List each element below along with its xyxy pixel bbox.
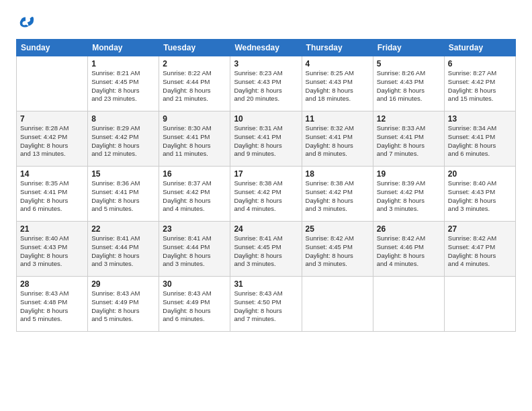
day-header-tuesday: Tuesday <box>159 40 230 56</box>
day-info: Sunrise: 8:38 AMSunset: 4:42 PMDaylight:… <box>306 179 369 214</box>
day-info: Sunrise: 8:33 AMSunset: 4:41 PMDaylight:… <box>377 124 441 158</box>
day-info: Sunrise: 8:43 AMSunset: 4:50 PMDaylight:… <box>234 289 298 324</box>
day-number: 22 <box>91 224 155 234</box>
day-info: Sunrise: 8:27 AMSunset: 4:42 PMDaylight:… <box>448 69 512 103</box>
calendar-cell: 21Sunrise: 8:40 AMSunset: 4:43 PMDayligh… <box>17 222 88 277</box>
day-info: Sunrise: 8:42 AMSunset: 4:45 PMDaylight:… <box>306 234 369 269</box>
day-header-sunday: Sunday <box>17 40 88 56</box>
calendar-cell: 26Sunrise: 8:42 AMSunset: 4:46 PMDayligh… <box>373 222 444 277</box>
day-info: Sunrise: 8:41 AMSunset: 4:44 PMDaylight:… <box>163 234 226 269</box>
day-number: 27 <box>448 224 512 234</box>
calendar-cell: 27Sunrise: 8:42 AMSunset: 4:47 PMDayligh… <box>444 222 515 277</box>
day-number: 17 <box>234 169 298 179</box>
day-info: Sunrise: 8:35 AMSunset: 4:41 PMDaylight:… <box>20 179 84 214</box>
calendar-cell: 23Sunrise: 8:41 AMSunset: 4:44 PMDayligh… <box>159 222 230 277</box>
day-info: Sunrise: 8:40 AMSunset: 4:43 PMDaylight:… <box>448 179 512 214</box>
day-number: 5 <box>377 59 441 68</box>
day-number: 23 <box>163 224 226 234</box>
calendar-cell: 5Sunrise: 8:26 AMSunset: 4:43 PMDaylight… <box>373 56 444 111</box>
day-info: Sunrise: 8:42 AMSunset: 4:46 PMDaylight:… <box>377 234 441 269</box>
calendar-cell: 16Sunrise: 8:37 AMSunset: 4:42 PMDayligh… <box>159 167 230 222</box>
calendar-cell: 2Sunrise: 8:22 AMSunset: 4:44 PMDaylight… <box>159 56 230 111</box>
day-number: 13 <box>448 114 512 124</box>
day-number: 29 <box>91 279 155 289</box>
day-number: 3 <box>234 59 298 68</box>
day-number: 11 <box>306 114 369 124</box>
calendar-cell: 18Sunrise: 8:38 AMSunset: 4:42 PMDayligh… <box>302 167 373 222</box>
day-number: 14 <box>20 169 84 179</box>
day-info: Sunrise: 8:21 AMSunset: 4:45 PMDaylight:… <box>91 69 155 103</box>
day-info: Sunrise: 8:43 AMSunset: 4:49 PMDaylight:… <box>91 289 155 324</box>
logo <box>16 13 38 32</box>
day-header-thursday: Thursday <box>302 40 373 56</box>
calendar-cell: 15Sunrise: 8:36 AMSunset: 4:41 PMDayligh… <box>88 167 159 222</box>
day-number: 2 <box>163 59 226 68</box>
day-number: 16 <box>163 169 226 179</box>
calendar-cell: 4Sunrise: 8:25 AMSunset: 4:43 PMDaylight… <box>302 56 373 111</box>
calendar-cell: 10Sunrise: 8:31 AMSunset: 4:41 PMDayligh… <box>230 111 302 167</box>
week-row-5: 28Sunrise: 8:43 AMSunset: 4:48 PMDayligh… <box>17 277 516 332</box>
day-info: Sunrise: 8:36 AMSunset: 4:41 PMDaylight:… <box>91 179 155 214</box>
day-number: 9 <box>163 114 226 124</box>
day-number: 8 <box>91 114 155 124</box>
calendar-cell: 9Sunrise: 8:30 AMSunset: 4:41 PMDaylight… <box>159 111 230 167</box>
calendar-cell: 11Sunrise: 8:32 AMSunset: 4:41 PMDayligh… <box>302 111 373 167</box>
calendar-cell: 7Sunrise: 8:28 AMSunset: 4:42 PMDaylight… <box>17 111 88 167</box>
week-row-1: 1Sunrise: 8:21 AMSunset: 4:45 PMDaylight… <box>17 56 516 111</box>
week-row-4: 21Sunrise: 8:40 AMSunset: 4:43 PMDayligh… <box>17 222 516 277</box>
day-number: 20 <box>448 169 512 179</box>
calendar-cell: 8Sunrise: 8:29 AMSunset: 4:42 PMDaylight… <box>88 111 159 167</box>
calendar-cell: 24Sunrise: 8:41 AMSunset: 4:45 PMDayligh… <box>230 222 302 277</box>
calendar: SundayMondayTuesdayWednesdayThursdayFrid… <box>16 39 516 332</box>
calendar-cell <box>302 277 373 332</box>
day-number: 19 <box>377 169 441 179</box>
day-info: Sunrise: 8:42 AMSunset: 4:47 PMDaylight:… <box>448 234 512 269</box>
day-number: 28 <box>20 279 84 289</box>
page: SundayMondayTuesdayWednesdayThursdayFrid… <box>0 0 532 411</box>
calendar-cell <box>444 277 515 332</box>
calendar-cell: 12Sunrise: 8:33 AMSunset: 4:41 PMDayligh… <box>373 111 444 167</box>
day-info: Sunrise: 8:41 AMSunset: 4:45 PMDaylight:… <box>234 234 298 269</box>
calendar-header: SundayMondayTuesdayWednesdayThursdayFrid… <box>17 40 516 56</box>
day-info: Sunrise: 8:30 AMSunset: 4:41 PMDaylight:… <box>163 124 226 158</box>
calendar-cell: 14Sunrise: 8:35 AMSunset: 4:41 PMDayligh… <box>17 167 88 222</box>
calendar-cell: 19Sunrise: 8:39 AMSunset: 4:42 PMDayligh… <box>373 167 444 222</box>
calendar-cell: 22Sunrise: 8:41 AMSunset: 4:44 PMDayligh… <box>88 222 159 277</box>
day-info: Sunrise: 8:28 AMSunset: 4:42 PMDaylight:… <box>20 124 84 158</box>
calendar-cell: 30Sunrise: 8:43 AMSunset: 4:49 PMDayligh… <box>159 277 230 332</box>
calendar-body: 1Sunrise: 8:21 AMSunset: 4:45 PMDaylight… <box>17 56 516 332</box>
day-info: Sunrise: 8:43 AMSunset: 4:49 PMDaylight:… <box>163 289 226 324</box>
day-info: Sunrise: 8:32 AMSunset: 4:41 PMDaylight:… <box>306 124 369 158</box>
calendar-cell: 20Sunrise: 8:40 AMSunset: 4:43 PMDayligh… <box>444 167 515 222</box>
day-info: Sunrise: 8:41 AMSunset: 4:44 PMDaylight:… <box>91 234 155 269</box>
day-number: 6 <box>448 59 512 68</box>
calendar-cell: 13Sunrise: 8:34 AMSunset: 4:41 PMDayligh… <box>444 111 515 167</box>
day-number: 24 <box>234 224 298 234</box>
calendar-cell: 28Sunrise: 8:43 AMSunset: 4:48 PMDayligh… <box>17 277 88 332</box>
day-info: Sunrise: 8:22 AMSunset: 4:44 PMDaylight:… <box>163 69 226 103</box>
day-info: Sunrise: 8:23 AMSunset: 4:43 PMDaylight:… <box>234 69 298 103</box>
day-number: 12 <box>377 114 441 124</box>
day-info: Sunrise: 8:37 AMSunset: 4:42 PMDaylight:… <box>163 179 226 214</box>
day-info: Sunrise: 8:40 AMSunset: 4:43 PMDaylight:… <box>20 234 84 269</box>
calendar-cell: 1Sunrise: 8:21 AMSunset: 4:45 PMDaylight… <box>88 56 159 111</box>
day-number: 21 <box>20 224 84 234</box>
calendar-cell <box>373 277 444 332</box>
calendar-cell: 25Sunrise: 8:42 AMSunset: 4:45 PMDayligh… <box>302 222 373 277</box>
calendar-cell: 29Sunrise: 8:43 AMSunset: 4:49 PMDayligh… <box>88 277 159 332</box>
day-info: Sunrise: 8:26 AMSunset: 4:43 PMDaylight:… <box>377 69 441 103</box>
week-row-3: 14Sunrise: 8:35 AMSunset: 4:41 PMDayligh… <box>17 167 516 222</box>
day-info: Sunrise: 8:29 AMSunset: 4:42 PMDaylight:… <box>91 124 155 158</box>
day-number: 26 <box>377 224 441 234</box>
day-info: Sunrise: 8:31 AMSunset: 4:41 PMDaylight:… <box>234 124 298 158</box>
logo-icon <box>16 13 35 32</box>
day-number: 18 <box>306 169 369 179</box>
day-header-friday: Friday <box>373 40 444 56</box>
calendar-cell: 31Sunrise: 8:43 AMSunset: 4:50 PMDayligh… <box>230 277 302 332</box>
day-header-wednesday: Wednesday <box>230 40 302 56</box>
day-header-monday: Monday <box>88 40 159 56</box>
day-info: Sunrise: 8:25 AMSunset: 4:43 PMDaylight:… <box>306 69 369 103</box>
day-info: Sunrise: 8:43 AMSunset: 4:48 PMDaylight:… <box>20 289 84 324</box>
day-number: 15 <box>91 169 155 179</box>
calendar-cell: 6Sunrise: 8:27 AMSunset: 4:42 PMDaylight… <box>444 56 515 111</box>
